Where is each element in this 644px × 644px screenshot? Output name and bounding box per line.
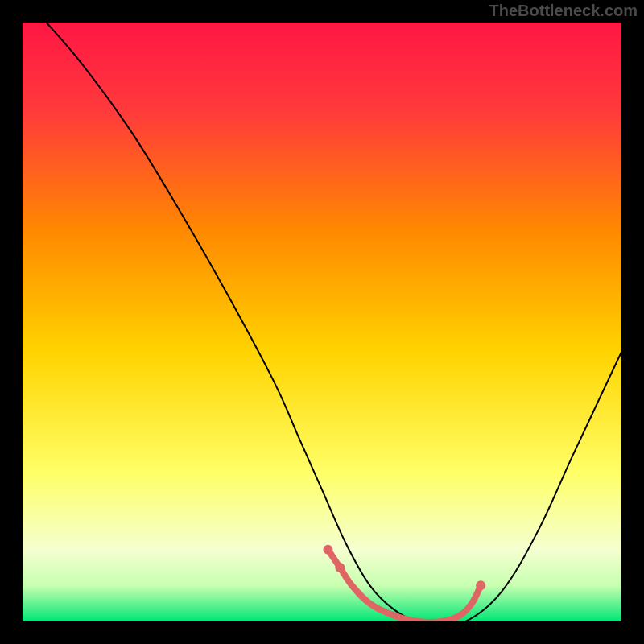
chart-plot-area bbox=[23, 23, 621, 621]
chart-svg bbox=[23, 23, 621, 621]
watermark-text: TheBottleneck.com bbox=[489, 2, 638, 20]
optimal-zone-dots-point bbox=[323, 545, 332, 555]
optimal-zone-dots-point bbox=[335, 563, 345, 572]
chart-background bbox=[23, 23, 621, 621]
optimal-zone-dots-point bbox=[476, 580, 485, 590]
